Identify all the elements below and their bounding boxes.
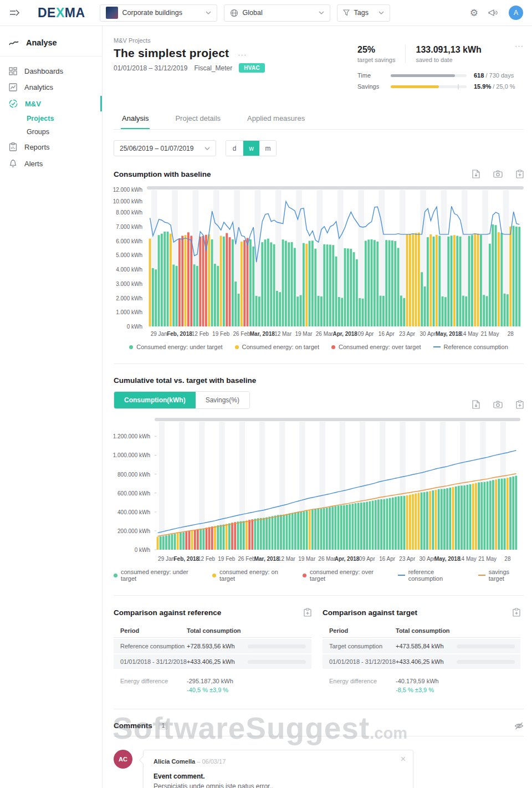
- bar-day: [442, 296, 444, 326]
- clipboard-icon[interactable]: [304, 608, 311, 617]
- bar-day: [418, 233, 420, 326]
- granularity-month-button[interactable]: m: [259, 141, 276, 156]
- bar-day: [241, 242, 243, 326]
- scope-selector[interactable]: Global: [224, 4, 330, 22]
- y-axis-label: 800.000 kWh: [117, 472, 150, 478]
- tags-selector[interactable]: Tags: [337, 4, 390, 22]
- bar-day: [509, 227, 511, 326]
- bar-day: [438, 236, 441, 327]
- bar-cumulative: [257, 518, 259, 550]
- user-avatar[interactable]: A: [509, 6, 523, 20]
- bar-day: [415, 233, 417, 326]
- sidebar-item-groups[interactable]: Groups: [0, 125, 102, 139]
- megaphone-icon[interactable]: [488, 9, 499, 17]
- sidebar-item-reports[interactable]: Reports: [0, 139, 102, 155]
- bar-day: [149, 239, 151, 326]
- toggle-savings-pct[interactable]: Savings(%): [196, 392, 249, 408]
- settings-gear-icon[interactable]: ⚙: [470, 8, 478, 18]
- chart-zoom-scrollbar[interactable]: [147, 186, 524, 190]
- bar-cumulative: [334, 506, 336, 550]
- x-axis-label: 28: [504, 556, 510, 562]
- clipboard-icon[interactable]: [516, 170, 524, 178]
- bar-day: [480, 235, 482, 326]
- collapse-menu-icon[interactable]: [9, 8, 21, 17]
- time-progress-value: 618 / 730 days: [474, 72, 514, 79]
- globe-icon: [230, 9, 238, 17]
- bar-cumulative: [443, 489, 446, 550]
- comments-count-badge: 1: [158, 722, 168, 730]
- bar-day: [291, 242, 293, 326]
- x-axis-label: Feb, 2018: [167, 331, 192, 337]
- sidebar-item-dashboards[interactable]: Dashboards: [0, 63, 102, 79]
- bar-day: [264, 239, 267, 326]
- tab-analysis[interactable]: Analysis: [121, 108, 150, 129]
- bar-cumulative: [495, 479, 497, 550]
- bar-cumulative: [234, 522, 236, 550]
- legend-item: savings target: [478, 569, 524, 582]
- bar-day: [320, 296, 323, 326]
- bar-day: [489, 244, 491, 326]
- y-axis-label: 2.000 kWh: [116, 295, 142, 301]
- bar-day: [300, 295, 302, 326]
- bar-day: [444, 297, 447, 326]
- camera-icon[interactable]: [493, 401, 503, 408]
- chart-zoom-scrollbar[interactable]: [155, 418, 520, 421]
- bar-cumulative: [237, 521, 239, 550]
- bar-day: [314, 249, 316, 326]
- y-tick: [155, 511, 157, 512]
- hide-comments-eye-icon[interactable]: [514, 722, 524, 730]
- bar-cumulative: [177, 533, 179, 550]
- sidebar-item-label: Projects: [27, 115, 54, 122]
- bar-day: [356, 259, 358, 326]
- export-file-icon[interactable]: [472, 400, 480, 409]
- sidebar-item-mv[interactable]: M&V: [0, 95, 102, 112]
- bar-cumulative: [455, 487, 457, 550]
- sidebar-item-analytics[interactable]: Analytics: [0, 79, 102, 95]
- period-controls: 25/06/2019 – 01/07/2019 d w m: [114, 140, 524, 156]
- bar-cumulative: [509, 477, 511, 550]
- bar-day: [447, 237, 449, 326]
- x-axis-label: Mar, 2018: [250, 331, 275, 337]
- bar-cumulative: [418, 493, 420, 550]
- granularity-week-button[interactable]: w: [243, 141, 259, 156]
- savings-progress-label: Savings: [357, 83, 391, 90]
- bar-cumulative: [309, 510, 311, 550]
- tab-applied-measures[interactable]: Applied measures: [246, 108, 306, 129]
- consumption-bar: [457, 644, 515, 648]
- reports-icon: [9, 142, 17, 151]
- granularity-day-button[interactable]: d: [226, 141, 243, 156]
- stats-more-button[interactable]: ···: [515, 42, 524, 50]
- date-range-select[interactable]: 25/06/2019 – 01/07/2019: [114, 140, 216, 156]
- time-progress-row: Time 618 / 730 days: [357, 72, 524, 79]
- bar-cumulative: [446, 488, 448, 550]
- building-selector[interactable]: Corporate buildings: [100, 4, 217, 22]
- bar-day: [456, 236, 458, 327]
- clipboard-icon[interactable]: [516, 400, 524, 409]
- granularity-switch: d w m: [226, 140, 277, 156]
- clipboard-icon[interactable]: [513, 608, 520, 617]
- toggle-consumption-kwh[interactable]: Consumption(kWh): [114, 392, 196, 408]
- x-axis-label: 30 Apr: [420, 331, 436, 337]
- bar-cumulative: [289, 514, 291, 550]
- bar-cumulative: [297, 512, 299, 550]
- bar-cumulative: [337, 505, 340, 550]
- bar-day: [288, 242, 290, 326]
- tab-project-details[interactable]: Project details: [174, 108, 222, 129]
- export-file-icon[interactable]: [472, 170, 480, 178]
- breadcrumb: M&V Projects: [114, 37, 524, 44]
- bar-day: [353, 252, 355, 326]
- bar-cumulative: [174, 534, 176, 550]
- sidebar-item-alerts[interactable]: Alerts: [0, 155, 102, 172]
- bar-cumulative: [492, 480, 494, 550]
- sidebar-item-projects[interactable]: Projects: [0, 112, 102, 125]
- bar-day: [273, 244, 275, 326]
- bar-day: [252, 247, 254, 326]
- bar-cumulative: [331, 506, 334, 550]
- y-axis-label: 4.000 kWh: [116, 267, 142, 273]
- title-more-button[interactable]: ···: [238, 50, 247, 59]
- bar-day: [178, 239, 181, 326]
- bar-cumulative: [432, 490, 434, 550]
- close-icon[interactable]: ×: [401, 755, 406, 764]
- camera-icon[interactable]: [493, 170, 503, 178]
- bar-day: [394, 241, 396, 326]
